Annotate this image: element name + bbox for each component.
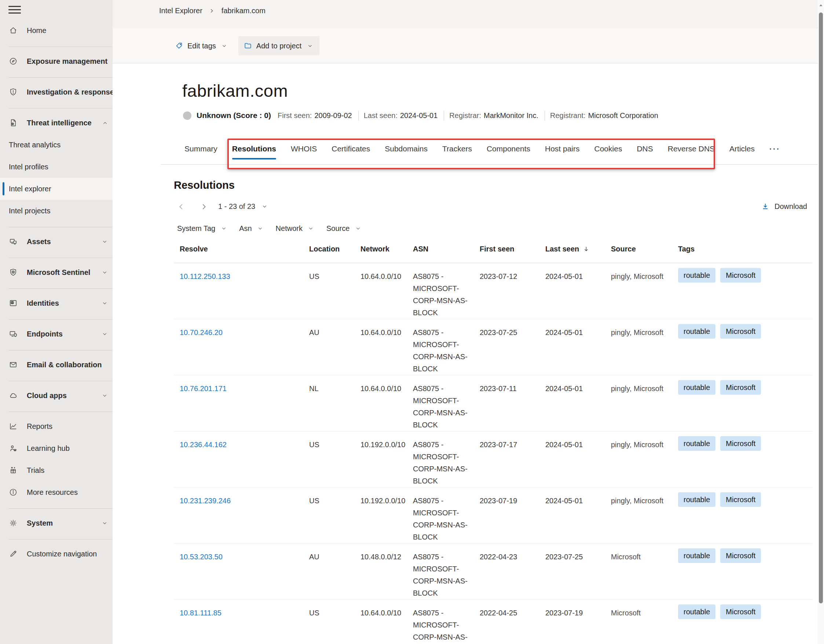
chevron-down-icon	[256, 224, 265, 233]
tab-subdomains[interactable]: Subdomains	[385, 134, 427, 164]
sidebar-item-exposure-management[interactable]: Exposure management	[0, 50, 112, 72]
shield-alert-icon	[9, 87, 18, 97]
breadcrumb-current: fabrikam.com	[221, 6, 266, 15]
sidebar-item-learning-hub[interactable]: Learning hub	[0, 437, 112, 459]
tab-resolutions[interactable]: Resolutions	[232, 134, 276, 164]
cell-first-seen: 2023-07-12	[474, 263, 540, 319]
sidebar-item-trials[interactable]: Trials	[0, 459, 112, 481]
tab-summary[interactable]: Summary	[184, 134, 217, 164]
filter-source[interactable]: Source	[326, 224, 362, 233]
edit-tags-button[interactable]: Edit tags	[169, 36, 234, 55]
tab-reverse-dns[interactable]: Reverse DNS	[668, 134, 715, 164]
tab-overflow-menu[interactable]: ···	[769, 134, 780, 164]
column-header-first-seen[interactable]: First seen	[474, 237, 540, 263]
tab-articles[interactable]: Articles	[729, 134, 755, 164]
previous-page-button[interactable]	[177, 202, 186, 212]
tab-components[interactable]: Components	[487, 134, 530, 164]
cell-resolve: 10.70.246.20	[174, 319, 303, 375]
download-button[interactable]: Download	[761, 202, 812, 211]
chevron-down-icon	[100, 519, 109, 527]
cell-asn: AS8075 - MICROSOFT-CORP-MSN-AS-BLOCK	[407, 319, 474, 375]
sidebar-item-threat-analytics[interactable]: Threat analytics	[0, 134, 112, 156]
cell-source: pingly, Microsoft	[605, 375, 672, 431]
breadcrumb-bar: Intel Explorer fabrikam.com	[112, 0, 818, 29]
add-to-project-button[interactable]: Add to project	[238, 36, 320, 55]
sidebar-item-identities[interactable]: Identities	[0, 292, 112, 314]
sidebar-item-more-resources[interactable]: More resources	[0, 481, 112, 503]
tab-whois[interactable]: WHOIS	[291, 134, 317, 164]
tag-routable: routable	[678, 604, 715, 619]
tag-microsoft: Microsoft	[720, 324, 761, 339]
resolve-link[interactable]: 10.112.250.133	[180, 272, 230, 281]
tag-icon	[175, 41, 183, 50]
cell-asn: AS8075 - MICROSOFT-CORP-MSN-AS-BLOCK	[407, 543, 474, 599]
cell-first-seen: 2023-07-19	[474, 487, 540, 543]
meta-item-registrant: Registrant:Microsoft Corporation	[545, 112, 658, 120]
sidebar-item-label: More resources	[27, 488, 109, 497]
tab-trackers[interactable]: Trackers	[442, 134, 472, 164]
vertical-scrollbar[interactable]	[818, 0, 824, 644]
tag-routable: routable	[678, 436, 715, 451]
resolve-link[interactable]: 10.236.44.162	[180, 440, 227, 449]
cell-location: US	[303, 599, 355, 644]
pagination-range: 1 - 23 of 23	[218, 202, 255, 211]
tab-dns[interactable]: DNS	[636, 134, 653, 164]
sidebar-item-label: Assets	[27, 238, 91, 246]
tab-certificates[interactable]: Certificates	[332, 134, 370, 164]
sidebar-item-endpoints[interactable]: Endpoints	[0, 323, 112, 345]
cell-tags: routableMicrosoft	[672, 599, 812, 644]
column-header-location[interactable]: Location	[303, 237, 355, 263]
next-page-button[interactable]	[199, 202, 209, 212]
cell-last-seen: 2024-05-01	[540, 487, 605, 543]
breadcrumb-root[interactable]: Intel Explorer	[159, 6, 203, 15]
resolve-link[interactable]: 10.70.246.20	[180, 328, 223, 336]
sidebar-item-intel-projects[interactable]: Intel projects	[0, 200, 112, 222]
meta-list: First seen:2009-09-02Last seen:2024-05-0…	[272, 111, 658, 121]
pagination-range-dropdown[interactable]: 1 - 23 of 23	[218, 202, 269, 211]
tab-cookies[interactable]: Cookies	[595, 134, 622, 164]
sidebar-item-microsoft-sentinel[interactable]: Microsoft Sentinel	[0, 261, 112, 283]
cell-tags: routableMicrosoft	[672, 431, 812, 487]
column-header-asn[interactable]: ASN	[407, 237, 474, 263]
sidebar-item-email-collaboration[interactable]: Email & collaboration	[0, 354, 112, 376]
cell-location: NL	[303, 375, 355, 431]
column-header-tags[interactable]: Tags	[672, 237, 812, 263]
column-header-network[interactable]: Network	[355, 237, 407, 263]
learning-icon	[9, 444, 18, 453]
sidebar-item-home[interactable]: Home	[0, 20, 112, 41]
sidebar-item-investigation-response[interactable]: Investigation & response	[0, 81, 112, 103]
cell-asn: AS8075 - MICROSOFT-CORP-MSN-AS-BLOCK	[407, 431, 474, 487]
sidebar-item-customize-navigation[interactable]: Customize navigation	[0, 543, 112, 565]
sidebar-item-system[interactable]: System	[0, 512, 112, 534]
sidebar-item-intel-profiles[interactable]: Intel profiles	[0, 156, 112, 178]
sidebar-item-cloud-apps[interactable]: Cloud apps	[0, 385, 112, 406]
tag-routable: routable	[678, 492, 715, 507]
sidebar-item-reports[interactable]: Reports	[0, 415, 112, 437]
column-header-source[interactable]: Source	[605, 237, 672, 263]
sidebar-item-assets[interactable]: Assets	[0, 230, 112, 253]
table-row: 10.70.246.20AU10.64.0.0/10AS8075 - MICRO…	[174, 319, 812, 375]
resolve-link[interactable]: 10.53.203.50	[180, 553, 223, 561]
cell-network: 10.64.0.0/10	[355, 599, 407, 644]
id-badge-icon	[9, 299, 18, 308]
sidebar-item-threat-intelligence[interactable]: Threat intelligence	[0, 112, 112, 134]
meta-value: Microsoft Corporation	[588, 112, 658, 120]
cell-first-seen: 2023-07-11	[474, 375, 540, 431]
filter-network[interactable]: Network	[276, 224, 315, 233]
filter-asn[interactable]: Asn	[239, 224, 264, 233]
column-header-last-seen[interactable]: Last seen	[540, 237, 605, 263]
resolve-link[interactable]: 10.76.201.171	[180, 385, 227, 393]
sidebar-nav: HomeExposure managementInvestigation & r…	[0, 20, 112, 565]
column-header-resolve[interactable]: Resolve	[174, 237, 303, 263]
sidebar-item-intel-explorer[interactable]: Intel explorer	[0, 178, 112, 200]
filter-system-tag[interactable]: System Tag	[177, 224, 228, 233]
resolve-link[interactable]: 10.231.239.246	[180, 497, 231, 505]
scroll-up-arrow-icon[interactable]	[818, 3, 823, 8]
resolve-link[interactable]: 10.81.111.85	[180, 609, 221, 617]
resolutions-table: ResolveLocationNetworkASNFirst seenLast …	[174, 237, 812, 644]
scrollbar-thumb[interactable]	[819, 12, 823, 603]
cell-tags: routableMicrosoft	[672, 543, 812, 599]
tab-host-pairs[interactable]: Host pairs	[545, 134, 580, 164]
hamburger-menu-icon[interactable]	[8, 6, 21, 14]
sidebar-item-label: Email & collaboration	[27, 361, 101, 369]
